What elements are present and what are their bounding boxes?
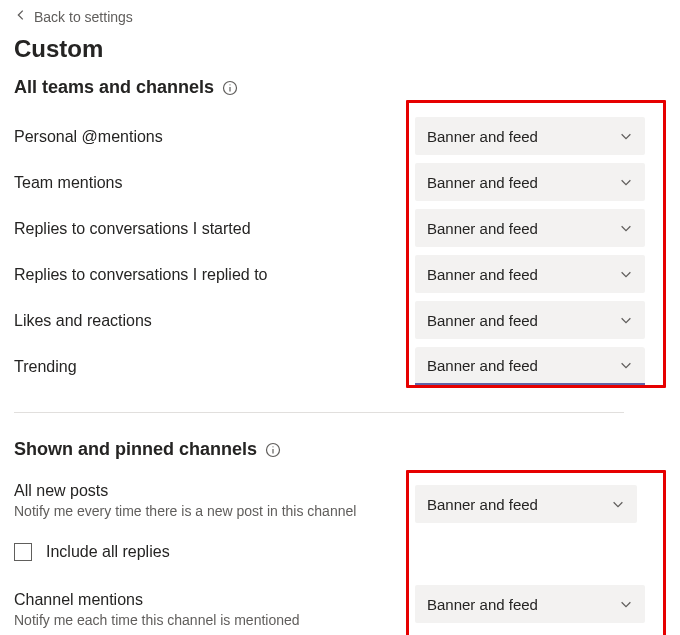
section2-header: Shown and pinned channels: [14, 439, 666, 460]
chevron-down-icon: [619, 267, 633, 281]
dropdown-value: Banner and feed: [427, 220, 538, 237]
chevron-down-icon: [611, 497, 625, 511]
chevron-down-icon: [619, 175, 633, 189]
info-icon[interactable]: [222, 80, 238, 96]
setting-label-likes-reactions: Likes and reactions: [14, 298, 406, 344]
setting-label-trending: Trending: [14, 344, 406, 390]
dropdown-value: Banner and feed: [427, 266, 538, 283]
back-link-text: Back to settings: [34, 9, 133, 25]
dropdown-replies-started[interactable]: Banner and feed: [415, 209, 645, 247]
setting-channel-mentions: Channel mentions Notify me each time thi…: [14, 591, 406, 628]
setting-label-replies-started: Replies to conversations I started: [14, 206, 406, 252]
setting-label-team-mentions: Team mentions: [14, 160, 406, 206]
page-title: Custom: [14, 35, 666, 63]
dropdown-personal-mentions[interactable]: Banner and feed: [415, 117, 645, 155]
setting-label-all-new-posts: All new posts: [14, 482, 108, 499]
setting-sublabel-channel-mentions: Notify me each time this channel is ment…: [14, 612, 406, 628]
chevron-down-icon: [619, 313, 633, 327]
dropdown-team-mentions[interactable]: Banner and feed: [415, 163, 645, 201]
chevron-down-icon: [619, 597, 633, 611]
dropdown-channel-mentions[interactable]: Banner and feed: [415, 585, 645, 623]
section-divider: [14, 412, 624, 413]
section1-labels: Personal @mentions Team mentions Replies…: [14, 114, 406, 390]
section1-header: All teams and channels: [14, 77, 666, 98]
setting-label-replies-replied: Replies to conversations I replied to: [14, 252, 406, 298]
section2-settings: All new posts Notify me every time there…: [14, 476, 666, 635]
back-to-settings-link[interactable]: Back to settings: [14, 8, 133, 25]
info-icon[interactable]: [265, 442, 281, 458]
include-all-replies-label: Include all replies: [46, 543, 170, 561]
chevron-left-icon: [14, 8, 28, 25]
dropdown-likes-reactions[interactable]: Banner and feed: [415, 301, 645, 339]
dropdown-value: Banner and feed: [427, 128, 538, 145]
dropdown-value: Banner and feed: [427, 596, 538, 613]
section2-left-column: All new posts Notify me every time there…: [14, 476, 406, 635]
dropdown-replies-replied[interactable]: Banner and feed: [415, 255, 645, 293]
include-all-replies-checkbox[interactable]: [14, 543, 32, 561]
setting-label-personal-mentions: Personal @mentions: [14, 114, 406, 160]
svg-point-5: [272, 446, 273, 447]
highlight-box-section2: Banner and feed Banner and feed: [406, 470, 666, 635]
dropdown-all-new-posts[interactable]: Banner and feed: [415, 485, 637, 523]
highlight-box-section1: Banner and feed Banner and feed Banner a…: [406, 100, 666, 388]
chevron-down-icon: [619, 358, 633, 372]
dropdown-trending[interactable]: Banner and feed: [415, 347, 645, 385]
setting-label-channel-mentions: Channel mentions: [14, 591, 143, 608]
dropdown-value: Banner and feed: [427, 357, 538, 374]
section1-settings: Personal @mentions Team mentions Replies…: [14, 114, 666, 390]
setting-all-new-posts: All new posts Notify me every time there…: [14, 482, 406, 519]
dropdown-value: Banner and feed: [427, 174, 538, 191]
include-all-replies-row: Include all replies: [14, 543, 406, 561]
chevron-down-icon: [619, 221, 633, 235]
section1-heading: All teams and channels: [14, 77, 214, 98]
dropdown-value: Banner and feed: [427, 496, 538, 513]
section2-heading: Shown and pinned channels: [14, 439, 257, 460]
dropdown-value: Banner and feed: [427, 312, 538, 329]
chevron-down-icon: [619, 129, 633, 143]
setting-sublabel-all-new-posts: Notify me every time there is a new post…: [14, 503, 406, 519]
svg-point-2: [229, 84, 230, 85]
